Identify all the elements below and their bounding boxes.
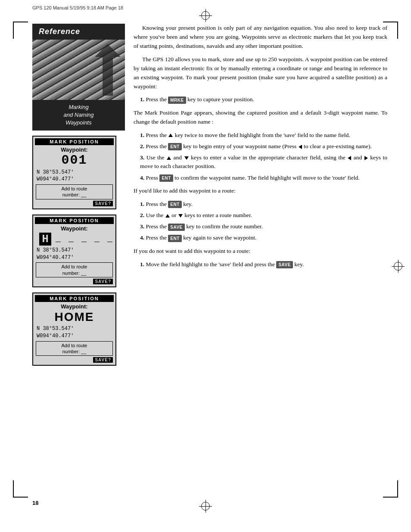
gps-screen-2-header: MARK POSITION: [35, 217, 114, 224]
border-bottom-right: [383, 497, 398, 498]
border-right-top: [397, 22, 398, 39]
gps-route-2: Add to route number: __: [36, 262, 113, 277]
step-num: 1.: [140, 96, 144, 103]
crosshair-bottom: [201, 502, 210, 510]
svg-marker-0: [95, 44, 121, 96]
arrow-up-icon-2: [167, 156, 171, 160]
gps-waypoint-name: HOME: [35, 310, 114, 324]
caption-line1: Marking: [34, 103, 123, 111]
border-bottom-left: [13, 497, 28, 498]
gps-route-3: Add to route number: __: [36, 341, 113, 356]
border-top-left: [13, 22, 28, 22]
step-list-initial: 1. Press the MRKE key to capture your po…: [140, 95, 387, 104]
arrow-up-icon-3: [165, 214, 170, 218]
border-left-bottom: [13, 480, 14, 498]
step-list-name: 1. Press the key twice to move the field…: [140, 131, 387, 182]
caption-line2: and Naming: [34, 111, 123, 119]
noroute-step-1: 1. Move the field highlight to the 'save…: [140, 260, 387, 269]
crosshair-top: [201, 11, 210, 20]
step-list-noroute: 1. Move the field highlight to the 'save…: [140, 260, 387, 269]
gps-dashes: _ _ _ _ _: [56, 234, 114, 244]
gps-cursor-row: H _ _ _ _ _: [35, 233, 114, 246]
gps-screen-1-header: MARK POSITION: [35, 138, 114, 145]
gps-coords-2: N 38°53.547' W094°40.477': [37, 247, 112, 261]
page-header: GPS 120 Manual 5/19/95 9:18 AM Page 18: [32, 5, 123, 10]
step-text-after: key to capture your position.: [187, 96, 254, 103]
step-text-before: Press the: [146, 96, 168, 103]
step-initial-1: 1. Press the MRKE key to capture your po…: [140, 95, 387, 104]
step-list-route: 1. Press the ENT key. 2. Use the or keys…: [140, 200, 387, 243]
para1: Knowing your present position is only pa…: [134, 24, 387, 51]
arrow-left-icon-1: [299, 145, 302, 149]
header-text: GPS 120 Manual 5/19/95 9:18 AM Page 18: [32, 5, 123, 10]
crosshair-right: [394, 262, 402, 271]
border-left-top: [13, 22, 14, 39]
name-step-1: 1. Press the key twice to move the field…: [140, 131, 387, 140]
gps-save-1: SAVE?: [36, 201, 113, 206]
sidebar: Reference Marking and Naming Waypoints M…: [32, 24, 125, 366]
ent-key-3: ENT: [168, 201, 182, 208]
ent-key-4: ENT: [168, 235, 182, 242]
name-step-4: 4. Press ENT to confirm the waypoint nam…: [140, 174, 387, 182]
gps-save-3: SAVE?: [36, 357, 113, 363]
save-key-1: SAVE: [168, 224, 185, 231]
arrow-right-icon-1: [364, 156, 368, 160]
reference-label: Reference: [39, 27, 80, 36]
arrow-up-icon-1: [168, 134, 173, 137]
para4: If you'd like to add this waypoint to a …: [134, 187, 387, 196]
ent-key-2: ENT: [159, 174, 173, 182]
sidebar-caption: Marking and Naming Waypoints: [32, 100, 125, 131]
page-number: 18: [32, 500, 38, 506]
para3: The Mark Position Page appears, showing …: [134, 109, 387, 127]
route-step-2: 2. Use the or keys to enter a route numb…: [140, 211, 387, 220]
gps-waypoint-label-3: Waypoint:: [35, 303, 114, 310]
route-step-1: 1. Press the ENT key.: [140, 200, 387, 208]
gps-screen-1: MARK POSITION Waypoint: 001 N 38°53.547'…: [32, 136, 116, 209]
arrow-down-icon-1: [184, 156, 189, 160]
gps-route-1: Add to route number: __: [36, 184, 113, 199]
gps-waypoint-number-1: 001: [35, 153, 114, 168]
name-step-2: 2. Press the ENT key to begin entry of y…: [140, 142, 387, 151]
sidebar-image: [32, 40, 125, 100]
gps-cursor: H: [39, 233, 51, 246]
ent-key-1: ENT: [168, 143, 182, 150]
main-content: Knowing your present position is only pa…: [134, 24, 387, 273]
save-key-2: SAVE: [276, 261, 293, 268]
name-step-3: 3. Use the and keys to enter a value in …: [140, 153, 387, 171]
main-text: Knowing your present position is only pa…: [134, 24, 387, 269]
mrke-key: MRKE: [168, 96, 186, 104]
gps-coords-3: N 38°53.547' W094°40.477': [37, 325, 112, 340]
save-btn-3: SAVE?: [93, 357, 113, 363]
route-step-3: 3. Press the SAVE key to confirm the rou…: [140, 222, 387, 231]
para2: The GPS 120 allows you to mark, store an…: [134, 55, 387, 91]
save-btn-1: SAVE?: [93, 201, 113, 206]
gps-coords-1: N 38°53.547' W094°40.477': [37, 169, 112, 184]
gps-waypoint-label-1: Waypoint:: [35, 146, 114, 153]
gps-save-2: SAVE?: [36, 279, 113, 284]
gps-screen-3: MARK POSITION Waypoint: HOME N 38°53.547…: [32, 292, 116, 366]
arrow-left-icon-2: [348, 156, 351, 160]
gps-waypoint-label-2: Waypoint:: [35, 225, 114, 232]
border-right-bottom: [397, 480, 398, 498]
border-top-right: [383, 22, 398, 22]
save-btn-2: SAVE?: [93, 279, 113, 284]
reference-tab: Reference: [32, 24, 125, 40]
para5: If you do not want to add this waypoint …: [134, 247, 387, 256]
gps-screen-3-header: MARK POSITION: [35, 295, 114, 302]
caption-line3: Waypoints: [34, 119, 123, 127]
route-step-4: 4. Press the ENT key again to save the w…: [140, 233, 387, 242]
arrow-down-icon-2: [178, 214, 183, 218]
gps-screen-2: MARK POSITION Waypoint: H _ _ _ _ _ N 38…: [32, 215, 116, 287]
